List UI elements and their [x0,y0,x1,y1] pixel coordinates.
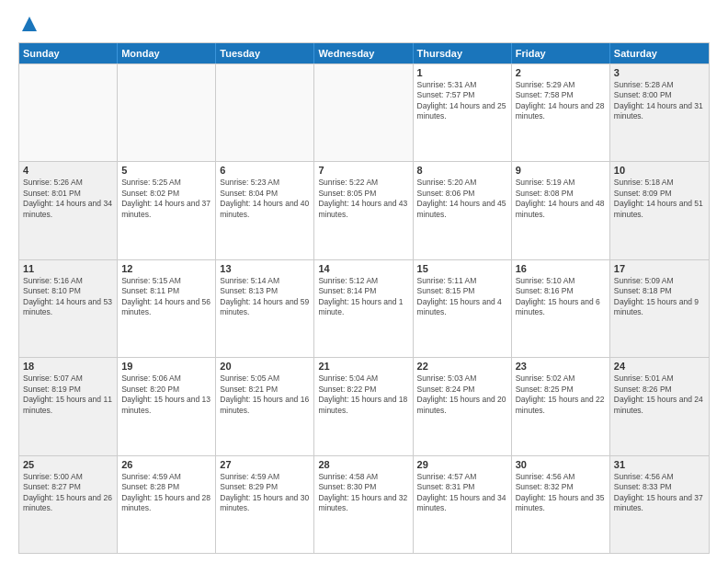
cell-detail: Sunrise: 5:12 AM Sunset: 8:14 PM Dayligh… [318,276,408,318]
cell-detail: Sunrise: 5:10 AM Sunset: 8:16 PM Dayligh… [516,276,606,318]
table-row: 6Sunrise: 5:23 AM Sunset: 8:04 PM Daylig… [216,162,314,259]
table-row: 16Sunrise: 5:10 AM Sunset: 8:16 PM Dayli… [512,260,610,357]
table-row: 11Sunrise: 5:16 AM Sunset: 8:10 PM Dayli… [19,260,118,357]
cell-detail: Sunrise: 5:20 AM Sunset: 8:06 PM Dayligh… [417,178,507,220]
table-row: 7Sunrise: 5:22 AM Sunset: 8:05 PM Daylig… [314,162,413,259]
header-cell-sunday: Sunday [19,43,118,63]
calendar-row-2: 11Sunrise: 5:16 AM Sunset: 8:10 PM Dayli… [19,259,709,357]
table-row: 3Sunrise: 5:28 AM Sunset: 8:00 PM Daylig… [610,64,709,161]
table-row: 26Sunrise: 4:59 AM Sunset: 8:28 PM Dayli… [118,456,216,553]
calendar-row-3: 18Sunrise: 5:07 AM Sunset: 8:19 PM Dayli… [19,357,709,454]
table-row: 30Sunrise: 4:56 AM Sunset: 8:32 PM Dayli… [512,456,610,553]
page: SundayMondayTuesdayWednesdayThursdayFrid… [0,0,728,563]
table-row: 9Sunrise: 5:19 AM Sunset: 8:08 PM Daylig… [512,162,610,259]
header-cell-monday: Monday [118,43,216,63]
day-number: 22 [417,361,507,372]
table-row: 25Sunrise: 5:00 AM Sunset: 8:27 PM Dayli… [19,456,118,553]
day-number: 13 [220,263,310,274]
table-row: 18Sunrise: 5:07 AM Sunset: 8:19 PM Dayli… [19,358,118,454]
table-row: 1Sunrise: 5:31 AM Sunset: 7:57 PM Daylig… [414,64,512,161]
cell-detail: Sunrise: 5:11 AM Sunset: 8:15 PM Dayligh… [417,276,507,318]
day-number: 1 [417,67,507,78]
day-number: 16 [516,263,606,274]
calendar-row-0: 1Sunrise: 5:31 AM Sunset: 7:57 PM Daylig… [19,63,709,161]
day-number: 27 [220,459,310,470]
table-row: 20Sunrise: 5:05 AM Sunset: 8:21 PM Dayli… [216,358,314,454]
cell-detail: Sunrise: 5:05 AM Sunset: 8:21 PM Dayligh… [220,373,310,416]
day-number: 18 [23,361,113,372]
cell-detail: Sunrise: 5:19 AM Sunset: 8:08 PM Dayligh… [516,178,606,220]
cell-detail: Sunrise: 5:26 AM Sunset: 8:01 PM Dayligh… [23,178,113,220]
day-number: 26 [121,459,211,470]
table-row: 5Sunrise: 5:25 AM Sunset: 8:02 PM Daylig… [118,162,216,259]
cell-detail: Sunrise: 5:18 AM Sunset: 8:09 PM Dayligh… [614,178,705,220]
cell-detail: Sunrise: 5:23 AM Sunset: 8:04 PM Dayligh… [220,178,310,220]
table-row: 29Sunrise: 4:57 AM Sunset: 8:31 PM Dayli… [414,456,512,553]
cell-detail: Sunrise: 5:22 AM Sunset: 8:05 PM Dayligh… [318,178,408,220]
table-row: 17Sunrise: 5:09 AM Sunset: 8:18 PM Dayli… [610,260,709,357]
day-number: 12 [121,263,211,274]
cell-detail: Sunrise: 5:28 AM Sunset: 8:00 PM Dayligh… [614,80,705,122]
cell-detail: Sunrise: 4:57 AM Sunset: 8:31 PM Dayligh… [417,472,507,514]
cell-detail: Sunrise: 5:25 AM Sunset: 8:02 PM Dayligh… [121,178,211,220]
table-row: 2Sunrise: 5:29 AM Sunset: 7:58 PM Daylig… [512,64,610,161]
header-cell-friday: Friday [512,43,610,63]
table-row: 23Sunrise: 5:02 AM Sunset: 8:25 PM Dayli… [512,358,610,454]
table-row: 4Sunrise: 5:26 AM Sunset: 8:01 PM Daylig… [19,162,118,259]
cell-detail: Sunrise: 4:56 AM Sunset: 8:33 PM Dayligh… [614,472,705,514]
day-number: 25 [23,459,113,470]
table-row [314,64,413,161]
svg-marker-0 [22,17,37,31]
table-row: 31Sunrise: 4:56 AM Sunset: 8:33 PM Dayli… [610,456,709,553]
table-row [118,64,216,161]
table-row: 10Sunrise: 5:18 AM Sunset: 8:09 PM Dayli… [610,162,709,259]
day-number: 5 [121,165,211,176]
table-row: 8Sunrise: 5:20 AM Sunset: 8:06 PM Daylig… [414,162,512,259]
header-cell-tuesday: Tuesday [216,43,314,63]
calendar-row-1: 4Sunrise: 5:26 AM Sunset: 8:01 PM Daylig… [19,161,709,259]
day-number: 11 [23,263,113,274]
header [18,15,710,33]
cell-detail: Sunrise: 5:01 AM Sunset: 8:26 PM Dayligh… [614,373,705,416]
header-cell-thursday: Thursday [414,43,512,63]
day-number: 8 [417,165,507,176]
header-cell-wednesday: Wednesday [314,43,413,63]
day-number: 4 [23,165,113,176]
day-number: 31 [614,459,705,470]
cell-detail: Sunrise: 5:16 AM Sunset: 8:10 PM Dayligh… [23,276,113,318]
table-row: 13Sunrise: 5:14 AM Sunset: 8:13 PM Dayli… [216,260,314,357]
cell-detail: Sunrise: 4:59 AM Sunset: 8:28 PM Dayligh… [121,472,211,514]
day-number: 24 [614,361,705,372]
logo-icon [20,15,39,33]
day-number: 6 [220,165,310,176]
cell-detail: Sunrise: 5:29 AM Sunset: 7:58 PM Dayligh… [516,80,606,122]
table-row [19,64,118,161]
cell-detail: Sunrise: 4:58 AM Sunset: 8:30 PM Dayligh… [318,472,408,514]
cell-detail: Sunrise: 5:31 AM Sunset: 7:57 PM Dayligh… [417,80,507,122]
cell-detail: Sunrise: 5:06 AM Sunset: 8:20 PM Dayligh… [121,373,211,416]
table-row: 14Sunrise: 5:12 AM Sunset: 8:14 PM Dayli… [314,260,413,357]
cell-detail: Sunrise: 5:03 AM Sunset: 8:24 PM Dayligh… [417,373,507,416]
cell-detail: Sunrise: 4:59 AM Sunset: 8:29 PM Dayligh… [220,472,310,514]
cell-detail: Sunrise: 5:09 AM Sunset: 8:18 PM Dayligh… [614,276,705,318]
header-cell-saturday: Saturday [610,43,709,63]
cell-detail: Sunrise: 5:15 AM Sunset: 8:11 PM Dayligh… [121,276,211,318]
cell-detail: Sunrise: 5:00 AM Sunset: 8:27 PM Dayligh… [23,472,113,514]
day-number: 29 [417,459,507,470]
day-number: 17 [614,263,705,274]
day-number: 15 [417,263,507,274]
cell-detail: Sunrise: 4:56 AM Sunset: 8:32 PM Dayligh… [516,472,606,514]
calendar-row-4: 25Sunrise: 5:00 AM Sunset: 8:27 PM Dayli… [19,455,709,553]
table-row: 28Sunrise: 4:58 AM Sunset: 8:30 PM Dayli… [314,456,413,553]
day-number: 19 [121,361,211,372]
table-row: 22Sunrise: 5:03 AM Sunset: 8:24 PM Dayli… [414,358,512,454]
calendar-body: 1Sunrise: 5:31 AM Sunset: 7:57 PM Daylig… [19,63,709,553]
day-number: 2 [516,67,606,78]
table-row: 12Sunrise: 5:15 AM Sunset: 8:11 PM Dayli… [118,260,216,357]
cell-detail: Sunrise: 5:02 AM Sunset: 8:25 PM Dayligh… [516,373,606,416]
cell-detail: Sunrise: 5:07 AM Sunset: 8:19 PM Dayligh… [23,373,113,416]
day-number: 3 [614,67,705,78]
day-number: 21 [318,361,408,372]
day-number: 9 [516,165,606,176]
day-number: 28 [318,459,408,470]
